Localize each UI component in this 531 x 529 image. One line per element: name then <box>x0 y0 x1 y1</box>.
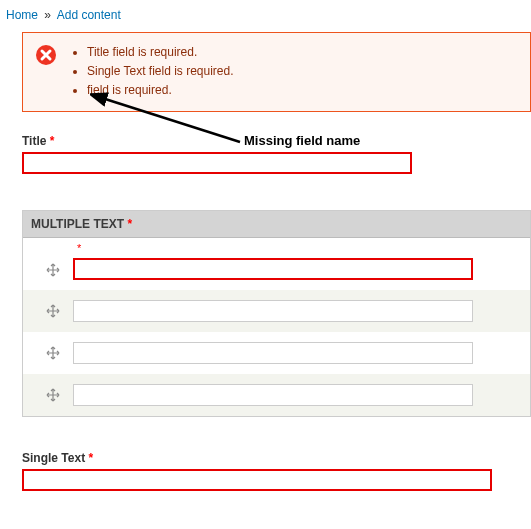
error-item: Single Text field is required. <box>87 62 234 81</box>
single-text-label-text: Single Text <box>22 451 85 465</box>
required-mark: * <box>88 451 93 465</box>
multiple-row: * <box>23 238 530 290</box>
title-label-text: Title <box>22 134 46 148</box>
title-input[interactable] <box>22 152 412 174</box>
multiple-text-header: MULTIPLE TEXT * <box>23 211 530 238</box>
drag-handle-icon[interactable] <box>46 263 60 280</box>
single-text-wrapper: Single Text * <box>22 451 531 491</box>
multiple-row <box>23 374 530 416</box>
breadcrumb-home[interactable]: Home <box>6 8 38 22</box>
error-item: Title field is required. <box>87 43 234 62</box>
multiple-text-wrapper: MULTIPLE TEXT * * <box>22 210 531 417</box>
breadcrumb-add-content[interactable]: Add content <box>57 8 121 22</box>
error-list: Title field is required. Single Text fie… <box>87 43 234 101</box>
multiple-input-2[interactable] <box>73 342 473 364</box>
required-mark: * <box>127 217 132 231</box>
breadcrumb-sep: » <box>44 8 51 22</box>
breadcrumb: Home » Add content <box>0 0 531 32</box>
drag-handle-icon[interactable] <box>46 388 60 405</box>
single-text-label: Single Text * <box>22 451 531 465</box>
required-mark: * <box>77 242 81 254</box>
multiple-input-3[interactable] <box>73 384 473 406</box>
error-icon <box>35 44 57 69</box>
required-mark: * <box>50 134 55 148</box>
multiple-row <box>23 290 530 332</box>
multiple-header-text: MULTIPLE TEXT <box>31 217 124 231</box>
multiple-row <box>23 332 530 374</box>
multiple-input-1[interactable] <box>73 300 473 322</box>
drag-handle-icon[interactable] <box>46 304 60 321</box>
multiple-input-0[interactable] <box>73 258 473 280</box>
annotation-label: Missing field name <box>244 133 360 148</box>
drag-handle-icon[interactable] <box>46 346 60 363</box>
error-item: field is required. <box>87 81 234 100</box>
single-text-input[interactable] <box>22 469 492 491</box>
error-messages: Title field is required. Single Text fie… <box>22 32 531 112</box>
